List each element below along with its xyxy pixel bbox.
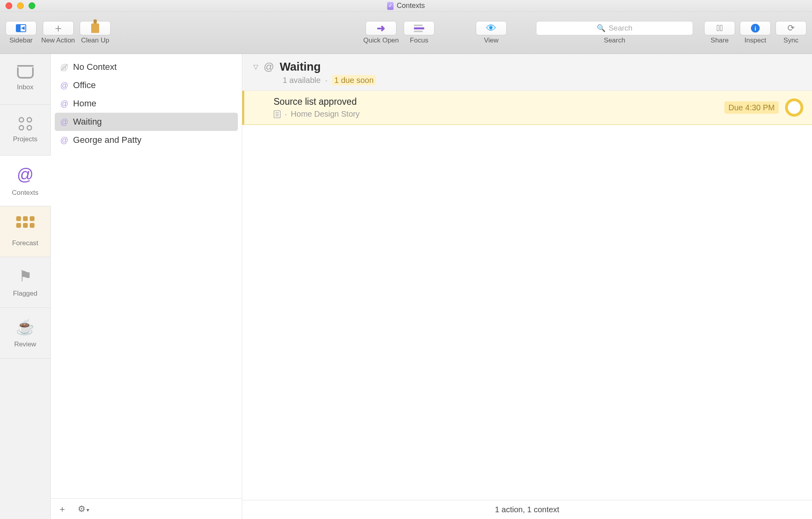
at-icon: @ (264, 61, 274, 73)
no-context-icon: @ (60, 63, 68, 72)
ctx-office[interactable]: @ Office (55, 76, 238, 94)
tool-focus-group: Focus (404, 21, 435, 44)
tool-sync-group: ⟳ Sync (776, 21, 806, 44)
status-bar: 1 action, 1 context (242, 500, 812, 519)
focus-button[interactable] (404, 21, 435, 35)
tool-share-group: ⇧⃞ Share (704, 21, 735, 44)
ctx-label: Office (73, 80, 96, 90)
content-body (242, 125, 812, 500)
add-context-button[interactable]: ＋ (58, 503, 67, 515)
focus-icon (414, 25, 424, 32)
rail-contexts-label: Contexts (12, 189, 38, 197)
sync-button[interactable]: ⟳ (776, 21, 806, 35)
window-title-text: Contexts (396, 2, 425, 10)
task-title: Source list approved (274, 96, 802, 107)
arrow-right-icon: ➜ (377, 22, 385, 35)
rail-flagged-label: Flagged (13, 290, 37, 298)
available-count: 1 available (283, 76, 321, 85)
ctx-label: Waiting (73, 117, 102, 127)
close-button[interactable] (6, 2, 12, 9)
ctx-no-context[interactable]: @ No Context (55, 58, 238, 76)
dot-separator: · (285, 110, 287, 119)
task-project: Home Design Story (291, 110, 360, 119)
share-button[interactable]: ⇧⃞ (704, 21, 735, 35)
share-label: Share (710, 37, 728, 44)
clean-up-button[interactable] (80, 21, 111, 35)
ctx-george-patty[interactable]: @ George and Patty (55, 131, 238, 149)
dot-separator: · (325, 76, 327, 85)
due-soon-badge: 1 due soon (332, 75, 376, 85)
toolbar-right: ⇧⃞ Share i Inspect ⟳ Sync (704, 21, 806, 44)
minimize-button[interactable] (17, 2, 24, 9)
context-settings-button[interactable]: ⚙▾ (78, 504, 89, 514)
share-icon: ⇧⃞ (716, 23, 723, 33)
ctx-label: Home (73, 98, 96, 109)
chevron-down-icon: ▾ (86, 507, 89, 513)
at-icon: @ (60, 81, 68, 90)
gear-icon: ⚙ (78, 504, 86, 514)
context-subtitle: 1 available · 1 due soon (283, 76, 803, 85)
search-icon: 🔍 (597, 24, 605, 33)
quick-open-label: Quick Open (363, 37, 399, 44)
tool-sidebar-group: Sidebar (6, 21, 36, 44)
clean-up-label: Clean Up (81, 37, 109, 44)
inspect-label: Inspect (745, 37, 766, 44)
tool-quickopen-group: ➜ Quick Open (363, 21, 399, 44)
sidebar-icon (16, 24, 26, 32)
context-sidebar: @ No Context @ Office @ Home @ Waiting @… (51, 54, 242, 519)
rail-forecast[interactable]: Forecast (0, 206, 50, 257)
ctx-waiting[interactable]: @ Waiting (55, 113, 238, 131)
sync-icon: ⟳ (787, 23, 795, 33)
titlebar: Contexts (0, 0, 812, 12)
disclosure-triangle[interactable]: ▽ (253, 63, 258, 71)
focus-label: Focus (410, 37, 428, 44)
view-button[interactable]: 👁 (476, 21, 507, 35)
task-row[interactable]: Source list approved · Home Design Story… (242, 91, 812, 125)
status-text: 1 action, 1 context (495, 505, 559, 514)
new-action-button[interactable]: ＋ (43, 21, 74, 35)
context-bottom-bar: ＋ ⚙▾ (51, 498, 242, 519)
contexts-icon: @ (17, 165, 34, 184)
ctx-home[interactable]: @ Home (55, 94, 238, 113)
main-area: Inbox Projects @ Contexts Forecast ⚑ Fla… (0, 54, 812, 519)
ctx-label: No Context (73, 62, 117, 72)
search-placeholder: Search (609, 24, 632, 33)
zoom-button[interactable] (29, 2, 35, 9)
rail-contexts[interactable]: @ Contexts (0, 156, 51, 206)
context-header: ▽ @ Waiting 1 available · 1 due soon (242, 54, 812, 91)
task-subtitle: · Home Design Story (274, 110, 802, 119)
cleanup-icon (91, 23, 99, 33)
content-pane: ▽ @ Waiting 1 available · 1 due soon Sou… (242, 54, 812, 519)
forecast-icon (16, 216, 34, 235)
info-icon: i (751, 24, 760, 33)
view-label: View (484, 37, 499, 44)
new-action-label: New Action (41, 37, 75, 44)
rail-inbox[interactable]: Inbox (0, 54, 50, 105)
window-title: Contexts (387, 2, 425, 10)
plus-icon: ＋ (53, 21, 64, 36)
task-due-badge: Due 4:30 PM (724, 102, 779, 114)
search-input[interactable]: 🔍 Search (536, 21, 693, 35)
quick-open-button[interactable]: ➜ (366, 21, 396, 35)
rail-inbox-label: Inbox (17, 83, 34, 91)
inbox-icon (17, 67, 34, 79)
task-complete-circle[interactable] (785, 98, 803, 117)
rail-projects-label: Projects (13, 135, 37, 143)
toolbar: Sidebar ＋ New Action Clean Up ➜ Quick Op… (0, 12, 812, 54)
rail-projects[interactable]: Projects (0, 105, 50, 156)
inspect-button[interactable]: i (740, 21, 771, 35)
sidebar-label: Sidebar (10, 37, 33, 44)
rail-review[interactable]: ☕ Review (0, 308, 50, 359)
search-label: Search (604, 37, 625, 44)
tool-search-group: 🔍 Search Search (536, 21, 693, 44)
note-icon (274, 110, 281, 118)
at-icon: @ (60, 99, 68, 108)
rail-flagged[interactable]: ⚑ Flagged (0, 257, 50, 308)
tool-newaction-group: ＋ New Action (41, 21, 75, 44)
at-icon: @ (60, 136, 68, 145)
sync-label: Sync (783, 37, 799, 44)
sidebar-button[interactable] (6, 21, 36, 35)
app-doc-icon (387, 2, 393, 10)
tool-view-group: 👁 View (476, 21, 507, 44)
context-title: Waiting (280, 60, 321, 73)
